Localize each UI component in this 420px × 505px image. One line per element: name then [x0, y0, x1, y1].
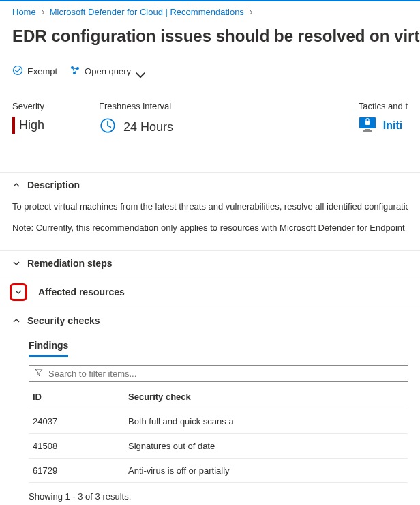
description-p2: Note: Currently, this recommendation onl…: [12, 221, 408, 235]
tactics-block: Tactics and t Initi: [359, 101, 408, 138]
section-title: Description: [27, 179, 80, 190]
svg-point-0: [14, 66, 22, 75]
tactics-label: Tactics and t: [359, 101, 408, 111]
page-title: EDR configuration issues should be resol…: [0, 24, 420, 54]
findings-table: ID Security check 24037 Both full and qu…: [29, 385, 408, 483]
chevron-down-icon: [135, 70, 142, 74]
svg-rect-6: [365, 129, 370, 130]
search-box[interactable]: [29, 365, 408, 382]
chevron-up-icon: [12, 317, 20, 325]
cell-check: Both full and quick scans a: [124, 409, 408, 433]
open-query-label: Open query: [85, 66, 131, 76]
chevron-up-icon: [12, 181, 20, 189]
severity-value: High: [12, 117, 44, 134]
tactics-link[interactable]: Initi: [359, 117, 408, 134]
cell-id: 41508: [29, 433, 124, 458]
breadcrumb-home[interactable]: Home: [12, 7, 36, 17]
info-row: Severity High Freshness interval 24 Hour…: [0, 85, 420, 143]
monitor-lock-icon: [359, 117, 376, 134]
query-icon: [70, 65, 80, 78]
severity-label: Severity: [12, 101, 44, 111]
section-title: Security checks: [27, 315, 100, 326]
open-query-button[interactable]: Open query: [70, 65, 142, 78]
cell-check: Anti-virus is off or partially: [124, 458, 408, 482]
svg-rect-8: [365, 121, 370, 125]
highlighted-chevron: [10, 283, 27, 301]
freshness-value: 24 Hours: [123, 120, 173, 134]
results-summary: Showing 1 - 3 of 3 results.: [29, 483, 408, 505]
exempt-label: Exempt: [27, 66, 57, 76]
section-header-security[interactable]: Security checks: [0, 308, 420, 333]
table-row[interactable]: 61729 Anti-virus is off or partially: [29, 458, 408, 482]
exempt-icon: [12, 65, 23, 78]
chevron-right-icon: [248, 8, 254, 16]
col-check[interactable]: Security check: [124, 385, 408, 409]
cell-id: 61729: [29, 458, 124, 482]
findings-tab[interactable]: Findings: [29, 333, 68, 357]
freshness-block: Freshness interval 24 Hours: [99, 101, 173, 138]
section-security: Security checks Findings ID Security che…: [0, 308, 420, 505]
section-remediation: Remediation steps: [0, 251, 420, 276]
table-row[interactable]: 24037 Both full and quick scans a: [29, 409, 408, 433]
clock-icon: [99, 117, 117, 138]
chevron-down-icon: [14, 288, 22, 296]
section-title: Remediation steps: [27, 258, 112, 269]
tactics-value: Initi: [383, 119, 402, 132]
severity-block: Severity High: [12, 101, 44, 138]
search-input[interactable]: [48, 369, 402, 379]
col-id[interactable]: ID: [29, 385, 124, 409]
section-header-affected[interactable]: Affected resources: [0, 276, 420, 308]
description-body: To protect virtual machines from the lat…: [0, 197, 420, 250]
action-bar: Exempt Open query: [0, 54, 420, 85]
section-description: Description To protect virtual machines …: [0, 173, 420, 251]
freshness-label: Freshness interval: [99, 101, 173, 111]
cell-check: Signatures out of date: [124, 433, 408, 458]
chevron-right-icon: [40, 8, 46, 16]
section-header-description[interactable]: Description: [0, 173, 420, 197]
description-p1: To protect virtual machines from the lat…: [12, 200, 408, 214]
section-title: Affected resources: [38, 287, 125, 298]
table-row[interactable]: 41508 Signatures out of date: [29, 433, 408, 458]
svg-rect-7: [363, 130, 372, 132]
breadcrumb: Home Microsoft Defender for Cloud | Reco…: [0, 1, 420, 24]
filter-icon: [35, 369, 43, 379]
breadcrumb-parent[interactable]: Microsoft Defender for Cloud | Recommend…: [50, 7, 244, 17]
chevron-down-icon: [12, 259, 20, 268]
section-header-remediation[interactable]: Remediation steps: [0, 251, 420, 276]
exempt-button[interactable]: Exempt: [12, 65, 57, 78]
section-affected: Affected resources: [0, 276, 420, 308]
cell-id: 24037: [29, 409, 124, 433]
